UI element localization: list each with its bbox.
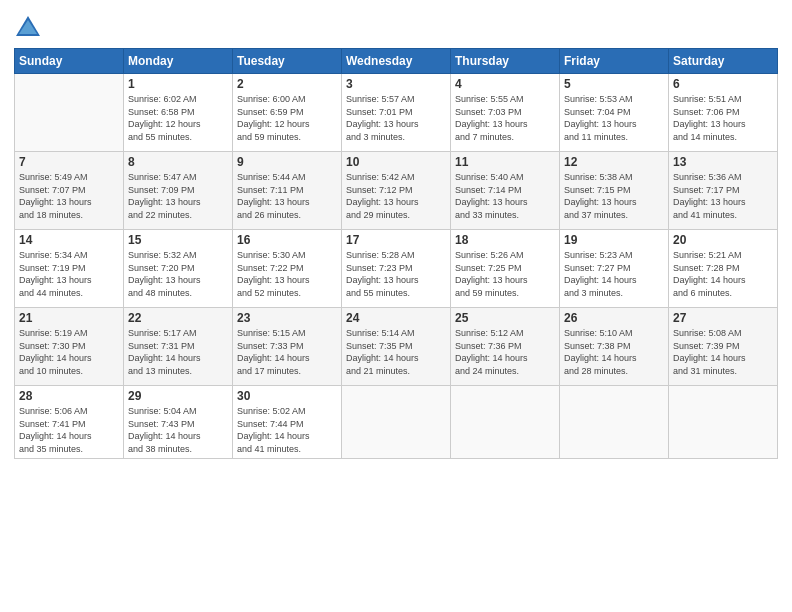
day-number: 29 [128,389,228,403]
day-info-line: Sunrise: 5:08 AM [673,327,773,340]
day-info-line: Sunset: 7:14 PM [455,184,555,197]
day-of-week-header: Saturday [669,49,778,74]
calendar-cell: 21Sunrise: 5:19 AMSunset: 7:30 PMDayligh… [15,308,124,386]
calendar-cell: 6Sunrise: 5:51 AMSunset: 7:06 PMDaylight… [669,74,778,152]
day-number: 2 [237,77,337,91]
day-info-line: and 17 minutes. [237,365,337,378]
day-info-line: Daylight: 14 hours [564,274,664,287]
day-of-week-header: Tuesday [233,49,342,74]
day-info-line: Sunrise: 5:17 AM [128,327,228,340]
calendar-cell: 7Sunrise: 5:49 AMSunset: 7:07 PMDaylight… [15,152,124,230]
day-info-line: Sunset: 7:39 PM [673,340,773,353]
day-info-line: Sunset: 7:43 PM [128,418,228,431]
day-info-line: Daylight: 13 hours [455,196,555,209]
day-info-line: and 21 minutes. [346,365,446,378]
day-info-line: and 31 minutes. [673,365,773,378]
day-info-line: Daylight: 14 hours [19,352,119,365]
day-info-line: Sunrise: 5:36 AM [673,171,773,184]
calendar-cell: 29Sunrise: 5:04 AMSunset: 7:43 PMDayligh… [124,386,233,459]
day-number: 20 [673,233,773,247]
logo-icon [14,14,42,42]
calendar-cell [560,386,669,459]
logo [14,14,44,42]
header [14,10,778,42]
calendar-cell: 2Sunrise: 6:00 AMSunset: 6:59 PMDaylight… [233,74,342,152]
day-info-line: Sunset: 7:06 PM [673,106,773,119]
day-info-line: and 14 minutes. [673,131,773,144]
day-info-line: Daylight: 13 hours [128,196,228,209]
calendar-cell: 14Sunrise: 5:34 AMSunset: 7:19 PMDayligh… [15,230,124,308]
day-number: 27 [673,311,773,325]
calendar-cell: 22Sunrise: 5:17 AMSunset: 7:31 PMDayligh… [124,308,233,386]
day-number: 9 [237,155,337,169]
day-info-line: and 11 minutes. [564,131,664,144]
day-info-line: Daylight: 14 hours [128,430,228,443]
day-info-line: Sunset: 7:20 PM [128,262,228,275]
day-number: 30 [237,389,337,403]
day-info-line: Daylight: 14 hours [455,352,555,365]
calendar-cell: 18Sunrise: 5:26 AMSunset: 7:25 PMDayligh… [451,230,560,308]
day-info-line: and 55 minutes. [346,287,446,300]
day-info-line: Sunset: 7:30 PM [19,340,119,353]
day-number: 11 [455,155,555,169]
day-info-line: Sunset: 7:25 PM [455,262,555,275]
day-info-line: Sunrise: 5:38 AM [564,171,664,184]
calendar: SundayMondayTuesdayWednesdayThursdayFrid… [14,48,778,459]
day-info-line: Daylight: 13 hours [128,274,228,287]
day-info-line: Sunrise: 5:47 AM [128,171,228,184]
day-of-week-header: Wednesday [342,49,451,74]
day-number: 28 [19,389,119,403]
day-info-line: and 35 minutes. [19,443,119,456]
day-info-line: Sunset: 7:23 PM [346,262,446,275]
day-info-line: Daylight: 14 hours [237,352,337,365]
day-info-line: Sunset: 7:11 PM [237,184,337,197]
day-info-line: and 7 minutes. [455,131,555,144]
day-info-line: Daylight: 13 hours [455,118,555,131]
day-info-line: and 52 minutes. [237,287,337,300]
calendar-cell: 16Sunrise: 5:30 AMSunset: 7:22 PMDayligh… [233,230,342,308]
day-number: 12 [564,155,664,169]
day-info-line: Sunrise: 6:02 AM [128,93,228,106]
day-number: 4 [455,77,555,91]
day-info-line: Daylight: 13 hours [346,274,446,287]
day-info-line: Sunset: 7:04 PM [564,106,664,119]
day-info-line: Sunset: 7:27 PM [564,262,664,275]
calendar-cell: 23Sunrise: 5:15 AMSunset: 7:33 PMDayligh… [233,308,342,386]
day-number: 25 [455,311,555,325]
day-info-line: and 26 minutes. [237,209,337,222]
day-info-line: Sunrise: 6:00 AM [237,93,337,106]
day-number: 13 [673,155,773,169]
day-info-line: Sunrise: 5:02 AM [237,405,337,418]
day-info-line: Sunset: 7:41 PM [19,418,119,431]
calendar-cell: 27Sunrise: 5:08 AMSunset: 7:39 PMDayligh… [669,308,778,386]
calendar-cell: 4Sunrise: 5:55 AMSunset: 7:03 PMDaylight… [451,74,560,152]
day-info-line: Daylight: 13 hours [19,196,119,209]
day-info-line: Sunset: 7:33 PM [237,340,337,353]
day-info-line: Sunrise: 5:55 AM [455,93,555,106]
day-number: 14 [19,233,119,247]
day-info-line: and 24 minutes. [455,365,555,378]
day-info-line: and 55 minutes. [128,131,228,144]
calendar-cell: 11Sunrise: 5:40 AMSunset: 7:14 PMDayligh… [451,152,560,230]
day-info-line: Sunrise: 5:04 AM [128,405,228,418]
day-number: 24 [346,311,446,325]
day-info-line: Daylight: 13 hours [19,274,119,287]
day-info-line: Daylight: 12 hours [128,118,228,131]
day-info-line: Daylight: 13 hours [346,196,446,209]
day-info-line: Sunset: 7:31 PM [128,340,228,353]
day-info-line: Daylight: 13 hours [346,118,446,131]
day-info-line: and 48 minutes. [128,287,228,300]
day-info-line: Sunset: 7:15 PM [564,184,664,197]
day-info-line: and 41 minutes. [237,443,337,456]
day-number: 8 [128,155,228,169]
day-info-line: Sunset: 7:12 PM [346,184,446,197]
day-info-line: Sunrise: 5:06 AM [19,405,119,418]
calendar-cell [451,386,560,459]
calendar-cell [15,74,124,152]
day-info-line: Sunset: 7:35 PM [346,340,446,353]
day-info-line: and 37 minutes. [564,209,664,222]
day-info-line: and 29 minutes. [346,209,446,222]
day-number: 16 [237,233,337,247]
day-info-line: Daylight: 13 hours [673,118,773,131]
day-number: 3 [346,77,446,91]
